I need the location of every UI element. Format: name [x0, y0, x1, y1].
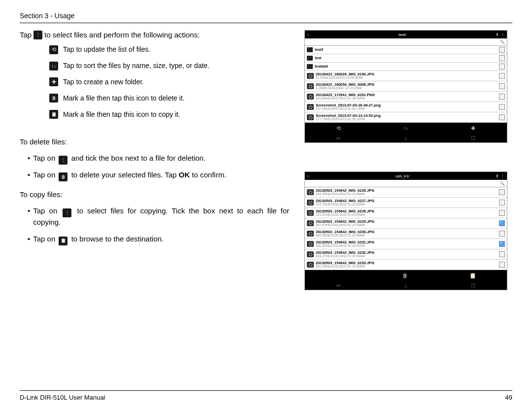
- text: to browse to the destination.: [71, 235, 164, 243]
- checkbox[interactable]: [499, 220, 505, 226]
- checkbox[interactable]: [499, 83, 505, 89]
- folder-name: test: [315, 56, 497, 60]
- menu-icon: ⋮: [63, 208, 71, 217]
- nav-recent[interactable]: ☐: [439, 281, 507, 290]
- image-icon: [307, 241, 314, 247]
- checkbox[interactable]: [499, 73, 505, 79]
- file-row[interactable]: 20130503_154642_IMG_0230.JPG405.98KB,01/…: [305, 229, 507, 239]
- file-meta: 367.67KB,01/01/2010 01:23:58AM: [316, 224, 497, 227]
- file-row[interactable]: 20130422_180026_IMG_0190.JPG41.92KB,01/0…: [305, 71, 507, 81]
- action-row: ⟲ Tap to update the list of files.: [49, 45, 296, 54]
- text: and tick the box next to a file for dele…: [71, 154, 206, 162]
- up-icon[interactable]: ⬆: [496, 174, 499, 178]
- file-row[interactable]: 20130503_154642_IMG_0233.JPG301.39KB,01/…: [305, 260, 507, 270]
- screenshot-file-browser-1: ⌂ test/ ⬆ ⋮ 🔍 test2testtestadd20130422_1…: [304, 30, 507, 143]
- checkbox[interactable]: [499, 94, 505, 100]
- checkbox[interactable]: [499, 104, 505, 110]
- home-icon[interactable]: ⌂: [307, 33, 309, 37]
- file-row[interactable]: Screenshot_2013-07-03-16-49-27.png337.20…: [305, 102, 507, 112]
- checkbox[interactable]: [499, 241, 505, 247]
- action-text: Tap to sort the files by name, size, typ…: [63, 61, 209, 70]
- nav-back[interactable]: ↩: [305, 281, 372, 290]
- checkbox[interactable]: [499, 47, 505, 53]
- nav-back[interactable]: ↩: [305, 134, 372, 142]
- checkbox[interactable]: [499, 55, 505, 61]
- checkbox[interactable]: [499, 114, 505, 120]
- checkbox[interactable]: [499, 189, 505, 195]
- folder-name: test2: [315, 48, 497, 52]
- nav-home[interactable]: ⌂: [372, 134, 440, 142]
- copy-bullet-2: • Tap on 📋 to browse to the destination.: [28, 234, 296, 245]
- image-icon: [307, 210, 314, 216]
- search-icon[interactable]: 🔍: [500, 181, 505, 186]
- copy-title: To copy files:: [20, 190, 296, 200]
- action-text: Tap to update the list of files.: [63, 45, 150, 54]
- image-icon: [307, 83, 314, 89]
- folder-row[interactable]: test: [305, 54, 507, 63]
- file-meta: 41.92KB,01/01/2010 12:09:56AM: [316, 76, 497, 80]
- file-row[interactable]: 20130503_154642_IMG_0226.JPG343.35KB,01/…: [305, 187, 507, 198]
- action-text: Mark a file then tap this icon to copy i…: [63, 110, 180, 119]
- sort-button[interactable]: ↑↓: [372, 123, 440, 134]
- trash-button[interactable]: 🗑: [371, 270, 439, 281]
- text: Tap on: [33, 235, 55, 243]
- file-meta: 337.20KB,05/07/2013 01:56:15PM: [316, 107, 497, 111]
- delete-bullet-2: • Tap on 🗑 to delete your selected files…: [28, 170, 296, 181]
- file-row[interactable]: 20130422_180050_IMG_0009.JPG1.28MB,01/01…: [305, 81, 507, 92]
- newfolder-button[interactable]: ✚: [439, 123, 507, 134]
- nav-home[interactable]: ⌂: [372, 281, 440, 290]
- action-toolbar: 🗑 📋: [305, 270, 507, 281]
- copy-section: To copy files: • Tap on ⋮ to select file…: [20, 190, 296, 245]
- text: to select files for copying. Tick the bo…: [33, 206, 289, 226]
- folder-row[interactable]: testadd: [305, 63, 507, 71]
- folder-name: testadd: [315, 65, 497, 68]
- file-row[interactable]: 20130503_154642_IMG_0232.JPG434.27KB,01/…: [305, 249, 507, 260]
- screenshots-column: ⌂ test/ ⬆ ⋮ 🔍 test2testtestadd20130422_1…: [304, 30, 512, 390]
- folder-row[interactable]: test2: [305, 46, 507, 54]
- checkbox[interactable]: [499, 231, 505, 237]
- refresh-button[interactable]: ⟲: [305, 123, 372, 134]
- menu-icon[interactable]: ⋮: [501, 174, 505, 178]
- checkbox[interactable]: [499, 262, 505, 268]
- file-row[interactable]: 20130503_154642_IMG_0227.JPG319.10KB,01/…: [305, 198, 507, 208]
- nav-recent[interactable]: ☐: [439, 134, 507, 142]
- file-meta: 434.27KB,01/01/2010 01:24:04AM: [316, 255, 497, 258]
- file-meta: 301.39KB,01/01/2010 01:24:06AM: [316, 265, 497, 269]
- checkbox[interactable]: [499, 210, 505, 216]
- image-icon: [307, 189, 314, 195]
- home-icon[interactable]: ⌂: [307, 174, 309, 178]
- file-row[interactable]: 20130503_154642_IMG_0231.JPG390.82KB,01/…: [305, 239, 507, 249]
- page-header: Section 3 - Usage: [20, 12, 512, 23]
- file-row[interactable]: 20130503_154642_IMG_0228.JPG315.81KB,01/…: [305, 208, 507, 218]
- up-icon[interactable]: ⬆: [496, 33, 499, 37]
- image-icon: [307, 200, 314, 206]
- checkbox[interactable]: [499, 64, 505, 69]
- action-row: ✚ Tap to create a new folder.: [49, 77, 296, 87]
- file-meta: 177.73KB,05/07/2013 01:56:16PM: [316, 118, 497, 121]
- file-meta: 390.82KB,01/01/2010 01:24:02AM: [316, 244, 497, 248]
- menu-icon[interactable]: ⋮: [501, 33, 505, 37]
- image-icon: [307, 231, 314, 237]
- delete-section: To delete files: • Tap on ⋮ and tick the…: [20, 137, 296, 181]
- file-row[interactable]: 20130423_172941_IMG_0201.PNG201.86KB,05/…: [305, 92, 507, 102]
- checkbox[interactable]: [499, 200, 505, 206]
- instructions-column: Tap ⋮ to select files and perform the fo…: [20, 30, 296, 390]
- action-row: 🗑 Mark a file then tap this icon to dele…: [49, 94, 296, 103]
- copy-button[interactable]: 📋: [439, 270, 507, 281]
- file-row[interactable]: Screenshot_2013-07-04-14-14-52.png177.73…: [305, 112, 507, 123]
- action-row: 📋 Mark a file then tap this icon to copy…: [49, 110, 296, 119]
- file-row[interactable]: 20130503_154642_IMG_0229.JPG367.67KB,01/…: [305, 218, 507, 229]
- checkbox[interactable]: [499, 251, 505, 257]
- path-title: usb_b1/: [311, 174, 494, 178]
- delete-title: To delete files:: [20, 137, 296, 147]
- folder-icon: [307, 56, 313, 61]
- search-icon[interactable]: 🔍: [500, 40, 505, 44]
- menu-icon: ⋮: [33, 31, 42, 39]
- text: Tap on: [33, 171, 55, 179]
- folder-icon: [307, 64, 313, 69]
- screenshot-file-browser-2: ⌂ usb_b1/ ⬆ ⋮ 🔍 20130503_154642_IMG_0226…: [304, 171, 507, 290]
- intro-suffix: to select files and perform the followin…: [44, 30, 200, 40]
- file-meta: 405.98KB,01/01/2010 01:24:00AM: [316, 234, 497, 238]
- footer-page-number: 49: [505, 394, 512, 401]
- file-meta: 1.28MB,01/01/2010 12:10:22AM: [316, 87, 497, 90]
